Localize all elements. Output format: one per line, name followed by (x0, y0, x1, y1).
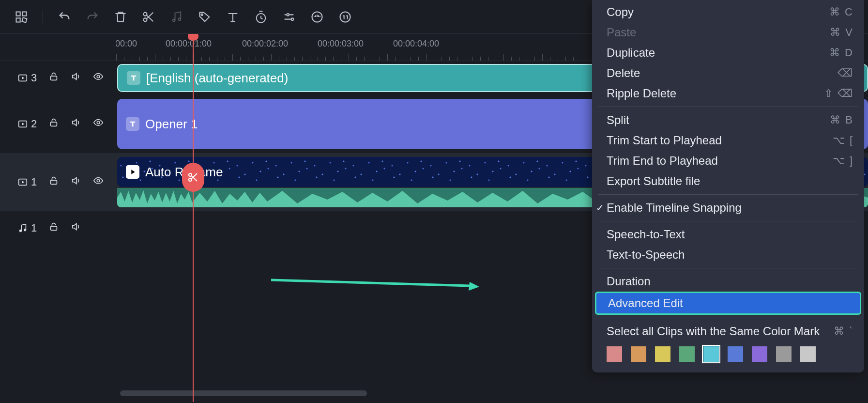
text-clip-icon (127, 71, 140, 85)
sliders-icon[interactable] (282, 10, 296, 24)
ctx-paste: Paste⌘ V (592, 22, 864, 43)
horizontal-scrollbar[interactable] (120, 390, 367, 396)
playhead[interactable] (193, 34, 194, 402)
tag-icon[interactable] (198, 10, 212, 24)
ctx-select-color[interactable]: Select all Clips with the Same Color Mar… (592, 321, 864, 341)
track-header-1[interactable]: 1 (0, 153, 116, 211)
track-header-audio[interactable]: 1 (0, 211, 116, 245)
color-swatch[interactable] (631, 346, 646, 362)
ctx-copy[interactable]: Copy⌘ C (592, 2, 864, 22)
ctx-split[interactable]: Split⌘ B (592, 110, 864, 130)
track-number: 3 (31, 72, 37, 84)
track-headers: 3 2 1 1 (0, 34, 116, 403)
shortcut: ⌘ V (830, 26, 853, 39)
lock-icon[interactable] (48, 117, 59, 131)
ruler-label: 00:00 (116, 39, 137, 49)
shortcut: ⌘ C (829, 6, 853, 18)
text-icon[interactable] (226, 10, 240, 24)
shortcut: ⌫ (838, 67, 853, 79)
ctx-trim-end[interactable]: Trim End to Playhead⌥ ] (592, 151, 864, 171)
svg-point-29 (189, 178, 192, 181)
separator (598, 268, 858, 268)
color-swatch[interactable] (800, 346, 816, 362)
svg-point-26 (24, 229, 26, 231)
svg-point-4 (144, 12, 147, 16)
color-swatch[interactable] (752, 346, 767, 362)
ctx-speech-to-text[interactable]: Speech-to-Text (592, 224, 864, 245)
toolbar-divider (43, 11, 43, 23)
ctx-duplicate[interactable]: Duplicate⌘ D (592, 43, 864, 63)
ctx-delete[interactable]: Delete⌫ (592, 63, 864, 83)
track-number: 2 (31, 118, 37, 130)
arrow-annotation (271, 276, 479, 291)
text-clip-icon (126, 117, 139, 131)
separator (598, 221, 858, 221)
eye-icon[interactable] (93, 175, 104, 189)
music-icon[interactable] (170, 10, 183, 24)
svg-point-11 (291, 18, 294, 20)
track-header-3[interactable]: 3 (0, 61, 116, 95)
lock-icon[interactable] (48, 221, 59, 235)
svg-point-5 (144, 18, 147, 21)
ctx-text-to-speech[interactable]: Text-to-Speech (592, 245, 864, 265)
scissors-icon[interactable] (142, 10, 155, 24)
color-swatch-row (592, 341, 864, 364)
color-swatch[interactable] (728, 346, 743, 362)
ctx-advanced-edit[interactable]: Advanced Edit (595, 292, 861, 315)
ruler-label: 00:00:03:00 (318, 39, 364, 49)
eye-icon[interactable] (93, 117, 104, 131)
svg-point-8 (201, 14, 203, 15)
track-number: 1 (31, 222, 37, 234)
svg-point-18 (97, 75, 100, 78)
ctx-export-subtitle[interactable]: Export Subtitle file (592, 171, 864, 191)
shortcut: ⌘ B (830, 114, 853, 126)
separator (598, 107, 858, 107)
speaker-icon[interactable] (71, 221, 81, 235)
color-swatch[interactable] (703, 346, 719, 362)
clip-label: Opener 1 (145, 117, 198, 132)
track-header-2[interactable]: 2 (0, 95, 116, 153)
separator (598, 194, 858, 195)
shortcut: ⇧ ⌫ (824, 87, 853, 100)
timecode-icon[interactable] (338, 10, 352, 24)
track-type-subtitle: 3 (17, 72, 37, 84)
timer-icon[interactable] (254, 10, 268, 24)
context-menu: Copy⌘ C Paste⌘ V Duplicate⌘ D Delete⌫ Ri… (592, 0, 864, 372)
track-type-video: 2 (17, 118, 37, 130)
svg-point-21 (97, 121, 100, 124)
ctx-duration[interactable]: Duration (592, 271, 864, 292)
svg-rect-17 (51, 76, 57, 80)
check-icon: ✓ (596, 202, 604, 214)
ruler-label: 00:00:04:00 (393, 39, 439, 49)
color-swatch[interactable] (776, 346, 792, 362)
speaker-icon[interactable] (71, 117, 81, 131)
separator (598, 318, 858, 318)
grid-icon[interactable] (15, 10, 28, 24)
playhead-cut-icon[interactable] (182, 163, 204, 192)
svg-rect-20 (51, 122, 57, 126)
lock-icon[interactable] (48, 175, 59, 189)
eye-icon[interactable] (93, 71, 104, 85)
color-swatch[interactable] (679, 346, 695, 362)
speaker-icon[interactable] (71, 71, 81, 85)
color-swatch[interactable] (655, 346, 670, 362)
speaker-icon[interactable] (71, 175, 81, 189)
redo-icon[interactable] (86, 10, 99, 24)
trash-icon[interactable] (114, 10, 127, 24)
play-clip-icon (126, 165, 139, 179)
track-type-audio: 1 (17, 222, 37, 234)
shortcut: ⌥ [ (833, 134, 853, 147)
lock-icon[interactable] (48, 71, 59, 85)
svg-rect-23 (51, 180, 57, 184)
shortcut: ⌘ D (829, 46, 853, 59)
svg-rect-1 (22, 12, 26, 16)
undo-icon[interactable] (58, 10, 71, 24)
svg-rect-3 (22, 17, 27, 22)
shortcut: ⌥ ] (833, 155, 853, 167)
ctx-snapping[interactable]: ✓Enable Timeline Snapping (592, 198, 864, 218)
ctx-ripple-delete[interactable]: Ripple Delete⇧ ⌫ (592, 83, 864, 104)
ctx-trim-start[interactable]: Trim Start to Playhead⌥ [ (592, 130, 864, 151)
color-swatch[interactable] (607, 346, 622, 362)
record-icon[interactable] (310, 10, 324, 24)
svg-point-6 (173, 19, 175, 21)
